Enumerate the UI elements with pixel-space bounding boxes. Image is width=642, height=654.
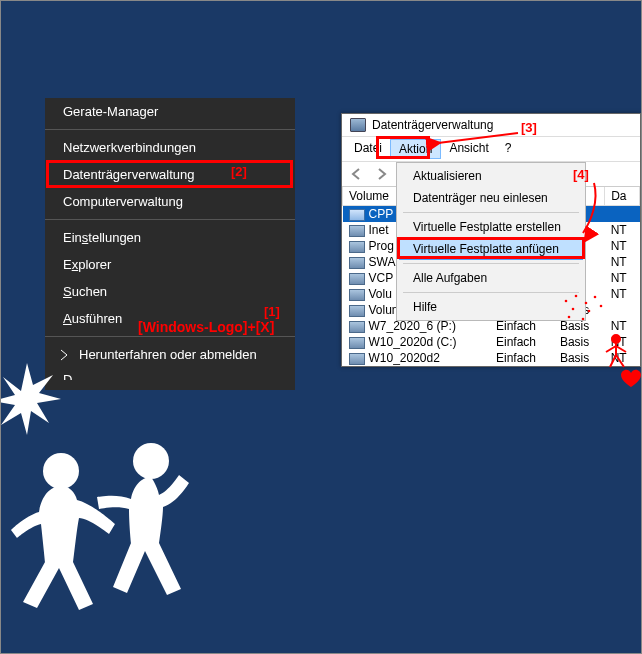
- winx-item[interactable]: Ausführen: [45, 305, 295, 332]
- separator: [45, 336, 295, 337]
- cell-fs: NT: [605, 270, 640, 286]
- forward-icon[interactable]: [370, 164, 392, 184]
- dropdown-item[interactable]: Hilfe: [399, 296, 583, 318]
- cell-layout: Einfach: [490, 334, 554, 350]
- aktion-dropdown: Aktualisieren Datenträger neu einlesen V…: [396, 162, 586, 321]
- winx-item[interactable]: Netzwerkverbindungen: [45, 134, 295, 161]
- separator: [403, 292, 579, 293]
- separator: [45, 129, 295, 130]
- cell-fs: NT: [605, 238, 640, 254]
- back-icon[interactable]: [346, 164, 368, 184]
- dropdown-item-attach-vhd[interactable]: Virtuelle Festplatte anfügen: [399, 238, 583, 260]
- cell-fs: NT: [605, 318, 640, 334]
- cell-fs: NT: [605, 286, 640, 302]
- winx-item[interactable]: Einstellungen: [45, 224, 295, 251]
- svg-point-11: [133, 443, 169, 479]
- winx-menu: Gerate-Manager Netzwerkverbindungen Date…: [45, 98, 295, 390]
- winx-item-desktop[interactable]: D: [45, 368, 295, 380]
- cell-volume: W10_2020d2: [343, 350, 490, 366]
- menu-datei[interactable]: Datei: [346, 139, 390, 159]
- cell-fs: NT: [605, 222, 640, 238]
- window-title: Datenträgerverwaltung: [372, 118, 493, 132]
- winx-item[interactable]: Suchen: [45, 278, 295, 305]
- winx-item[interactable]: Computerverwaltung: [45, 188, 295, 215]
- separator: [403, 263, 579, 264]
- disk-mgmt-icon: [350, 118, 366, 132]
- winx-item[interactable]: Gerate-Manager: [45, 104, 295, 125]
- col-fs[interactable]: Da: [605, 187, 640, 206]
- window-titlebar: Datenträgerverwaltung: [342, 114, 640, 137]
- dropdown-item[interactable]: Aktualisieren: [399, 165, 583, 187]
- menu-ansicht[interactable]: Ansicht: [441, 139, 496, 159]
- dropdown-item[interactable]: Datenträger neu einlesen: [399, 187, 583, 209]
- svg-point-10: [43, 453, 79, 489]
- cell-fs: [605, 206, 640, 223]
- dropdown-item[interactable]: Alle Aufgaben: [399, 267, 583, 289]
- cell-volume: W10_2020d (C:): [343, 334, 490, 350]
- menubar: Datei Aktion Ansicht ?: [342, 137, 640, 162]
- cell-fs: NT: [605, 350, 640, 366]
- cell-type: Basis: [554, 350, 605, 366]
- dancing-figures: [0, 351, 241, 651]
- dropdown-item[interactable]: Virtuelle Festplatte erstellen: [399, 216, 583, 238]
- winx-power-label: Herunterfahren oder abmelden: [79, 347, 257, 362]
- winx-item[interactable]: Explorer: [45, 251, 295, 278]
- cell-fs: [605, 302, 640, 318]
- cell-layout: Einfach: [490, 350, 554, 366]
- table-row[interactable]: W10_2020d (C:)EinfachBasisNT: [343, 334, 640, 350]
- winx-item-disk-mgmt[interactable]: Datenträgerverwaltung: [45, 161, 295, 188]
- cell-fs: NT: [605, 254, 640, 270]
- menu-aktion[interactable]: Aktion: [390, 139, 441, 159]
- separator: [403, 212, 579, 213]
- cell-fs: NT: [605, 334, 640, 350]
- cell-type: Basis: [554, 334, 605, 350]
- chevron-right-icon: [57, 348, 71, 362]
- table-row[interactable]: W10_2020d2EinfachBasisNT: [343, 350, 640, 366]
- winx-power[interactable]: Herunterfahren oder abmelden: [45, 341, 295, 368]
- separator: [45, 219, 295, 220]
- menu-help[interactable]: ?: [497, 139, 520, 159]
